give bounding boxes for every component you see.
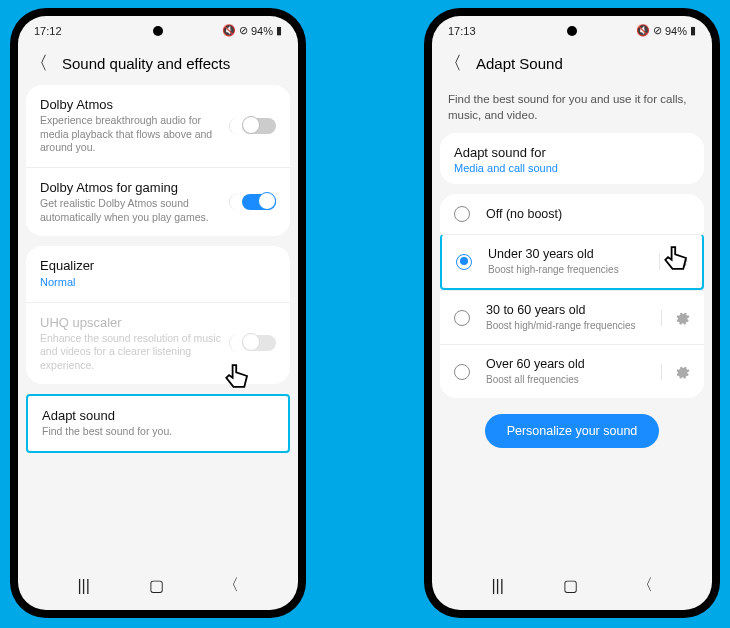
gear-30-60[interactable] — [661, 310, 690, 326]
status-icons: 🔇 ⊘ 94% ▮ — [222, 24, 282, 37]
row-over-60[interactable]: Over 60 years old Boost all frequencies — [440, 344, 704, 398]
dolby-title: Dolby Atmos — [40, 97, 229, 112]
mute-icon: 🔇 — [222, 24, 236, 37]
row-adapt-sound[interactable]: Adapt sound Find the best sound for you. — [28, 396, 288, 451]
radio-off[interactable] — [454, 206, 470, 222]
uhq-toggle — [229, 334, 276, 352]
nav-bar: ||| ▢ 〈 — [18, 561, 298, 610]
content-right: Adapt sound for Media and call sound Off… — [432, 133, 712, 561]
nav-recents[interactable]: ||| — [491, 577, 503, 595]
radio-under-30[interactable] — [456, 254, 472, 270]
nav-home[interactable]: ▢ — [149, 576, 164, 595]
camera-hole — [567, 26, 577, 36]
eq-card: Equalizer Normal UHQ upscaler Enhance th… — [26, 246, 290, 384]
uhq-sub: Enhance the sound resolution of music an… — [40, 332, 229, 373]
age-options-card: Off (no boost) Under 30 years old Boost … — [440, 194, 704, 398]
over60-sub: Boost all frequencies — [486, 373, 653, 386]
screen-left: 17:12 🔇 ⊘ 94% ▮ 〈 Sound quality and effe… — [18, 16, 298, 610]
adapt-title: Adapt sound — [42, 408, 274, 423]
mid-label: 30 to 60 years old — [486, 303, 653, 317]
gear-over-60[interactable] — [661, 364, 690, 380]
under30-label: Under 30 years old — [488, 247, 651, 261]
adapt-for-card[interactable]: Adapt sound for Media and call sound — [440, 133, 704, 184]
battery-icon: ▮ — [276, 24, 282, 37]
no-alarm-icon: ⊘ — [653, 24, 662, 37]
camera-hole — [153, 26, 163, 36]
dolby-gaming-toggle[interactable] — [229, 193, 276, 211]
screen-right: 17:13 🔇 ⊘ 94% ▮ 〈 Adapt Sound Find the b… — [432, 16, 712, 610]
adapt-card-highlighted: Adapt sound Find the best sound for you. — [26, 394, 290, 453]
radio-over-60[interactable] — [454, 364, 470, 380]
gear-icon — [672, 254, 688, 270]
dolby-gaming-title: Dolby Atmos for gaming — [40, 180, 229, 195]
gear-under-30[interactable] — [659, 254, 688, 270]
row-equalizer[interactable]: Equalizer Normal — [26, 246, 290, 301]
over60-label: Over 60 years old — [486, 357, 653, 371]
nav-back[interactable]: 〈 — [637, 575, 653, 596]
row-under-30[interactable]: Under 30 years old Boost high-range freq… — [440, 234, 704, 290]
eq-value: Normal — [40, 275, 276, 289]
adapt-for-title: Adapt sound for — [440, 133, 704, 162]
nav-bar: ||| ▢ 〈 — [432, 561, 712, 610]
no-alarm-icon: ⊘ — [239, 24, 248, 37]
under30-sub: Boost high-range frequencies — [488, 263, 651, 276]
page-title: Sound quality and effects — [62, 55, 230, 72]
uhq-title: UHQ upscaler — [40, 315, 229, 330]
battery-icon: ▮ — [690, 24, 696, 37]
back-button[interactable]: 〈 — [30, 51, 48, 75]
phone-right: 17:13 🔇 ⊘ 94% ▮ 〈 Adapt Sound Find the b… — [424, 8, 720, 618]
dolby-gaming-sub: Get realistic Dolby Atmos sound automati… — [40, 197, 229, 224]
battery-pct: 94% — [665, 25, 687, 37]
back-button[interactable]: 〈 — [444, 51, 462, 75]
status-time: 17:12 — [34, 25, 62, 37]
row-30-60[interactable]: 30 to 60 years old Boost high/mid-range … — [440, 290, 704, 344]
dolby-card: Dolby Atmos Experience breakthrough audi… — [26, 85, 290, 236]
phone-left: 17:12 🔇 ⊘ 94% ▮ 〈 Sound quality and effe… — [10, 8, 306, 618]
content-left: Dolby Atmos Experience breakthrough audi… — [18, 85, 298, 561]
nav-recents[interactable]: ||| — [77, 577, 89, 595]
dolby-toggle[interactable] — [229, 117, 276, 135]
row-off[interactable]: Off (no boost) — [440, 194, 704, 234]
row-dolby-gaming[interactable]: Dolby Atmos for gaming Get realistic Dol… — [26, 167, 290, 236]
row-uhq: UHQ upscaler Enhance the sound resolutio… — [26, 302, 290, 385]
adapt-sub: Find the best sound for you. — [42, 425, 274, 439]
personalize-button[interactable]: Personalize your sound — [485, 414, 660, 448]
gear-icon — [674, 310, 690, 326]
status-time: 17:13 — [448, 25, 476, 37]
nav-home[interactable]: ▢ — [563, 576, 578, 595]
gear-icon — [674, 364, 690, 380]
mid-sub: Boost high/mid-range frequencies — [486, 319, 653, 332]
radio-30-60[interactable] — [454, 310, 470, 326]
battery-pct: 94% — [251, 25, 273, 37]
status-icons: 🔇 ⊘ 94% ▮ — [636, 24, 696, 37]
page-title: Adapt Sound — [476, 55, 563, 72]
intro-text: Find the best sound for you and use it f… — [432, 85, 712, 133]
eq-title: Equalizer — [40, 258, 276, 273]
page-header: 〈 Adapt Sound — [432, 41, 712, 85]
row-dolby-atmos[interactable]: Dolby Atmos Experience breakthrough audi… — [26, 85, 290, 167]
nav-back[interactable]: 〈 — [223, 575, 239, 596]
page-header: 〈 Sound quality and effects — [18, 41, 298, 85]
adapt-for-value: Media and call sound — [440, 162, 704, 184]
off-label: Off (no boost) — [486, 207, 690, 221]
dolby-sub: Experience breakthrough audio for media … — [40, 114, 229, 155]
mute-icon: 🔇 — [636, 24, 650, 37]
